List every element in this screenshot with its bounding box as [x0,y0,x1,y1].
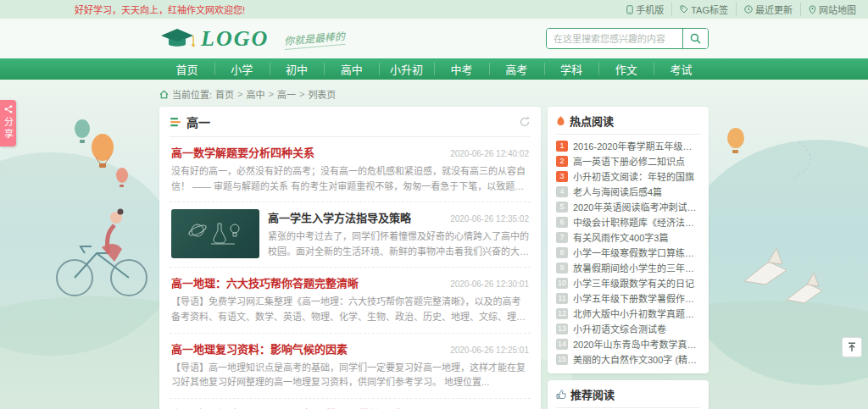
refresh-button[interactable] [519,116,531,128]
article-list-card: 高一 高一数学解题要分析四种关系 2020-06-26 12:40:02 没有好… [159,107,541,409]
breadcrumb-current: 列表页 [308,87,336,101]
tag-icon [680,5,688,14]
clock-icon [744,5,753,14]
breadcrumb-home[interactable]: 首页 [215,87,234,101]
recent-updates-link[interactable]: 最近更新 [737,3,801,16]
article-thumbnail[interactable] [171,209,259,258]
balloons-illustration [75,119,128,187]
nav-item-senior-high[interactable]: 高中 [324,58,379,80]
hot-item[interactable]: 高一英语下册必修二知识点 [556,153,700,169]
hot-item[interactable]: 2020年英语阅读临考冲刺试题附答案 [556,199,700,214]
refresh-icon [519,116,531,128]
article-item: 高一地理资料：三圈环流与气压带、风带的形成 2020-06-26 12:20:0… [170,399,531,409]
hot-item[interactable]: 老人与海阅读后感4篇 [556,184,700,199]
nav-item-subjects[interactable]: 学科 [544,58,599,80]
article-item: 高一学生入学方法指导及策略 2020-06-26 12:35:02 紧张的中考过… [170,202,531,268]
main-nav: 首页 小学 初中 高中 小升初 中考 高考 学科 作文 考试 [0,58,868,80]
hot-reading-list: 2016-2020年春学期五年级语文下期末模拟 高一英语下册必修二知识点 小升初… [556,138,700,367]
section-header: 高一 [170,113,531,137]
article-date: 2020-06-26 12:30:01 [450,279,529,289]
sidebar: 热点阅读 2016-2020年春学期五年级语文下期末模拟 高一英语下册必修二知识… [548,107,709,409]
article-title-link[interactable]: 高一学生入学方法指导及策略 [268,209,411,225]
flame-icon [556,115,565,126]
article-title-link[interactable]: 高一地理资料：三圈环流与气压带、风带的形成 [171,406,403,409]
mobile-version-link[interactable]: 手机版 [619,3,672,16]
hot-item[interactable]: 小学三年级跟数学有关的日记 [556,275,700,290]
hot-item[interactable]: 放暑假期间给小学生的三年级英语作文范文 [556,260,700,275]
hot-item[interactable]: 2016-2020年春学期五年级语文下期末模拟 [556,138,700,153]
section-title: 高一 [186,113,210,130]
article-item: 高一地理：六大技巧帮你答题完整清晰 2020-06-26 12:30:01 【导… [170,268,531,333]
nav-item-exams[interactable]: 考试 [654,58,709,80]
breadcrumb-grade-one[interactable]: 高一 [277,87,296,101]
site-logo[interactable]: LOGO [159,27,269,51]
map-pin-icon [809,5,816,14]
article-snippet: 【导语】免费学习网汇集整理《高一地理：六大技巧帮你答题完整清晰》，以及的高考备考… [171,295,529,324]
search-icon [690,33,701,44]
hot-item[interactable]: 小学一年级寒假数学口算练习题三篇 [556,245,700,260]
article-title-link[interactable]: 高一地理：六大技巧帮你答题完整清晰 [171,274,359,290]
hot-item[interactable]: 2020年山东青岛中考数学真题 (已公布) [556,336,700,351]
hot-item[interactable]: 小升初语文综合测试卷 [556,321,700,336]
top-utility-bar: 好好学习，天天向上，红袖作文网欢迎您! 手机版 TAG标签 最近更新 网站地图 [0,0,868,19]
list-icon [170,116,181,128]
thumbs-up-icon [556,390,566,400]
breadcrumb-label: 当前位置: [172,87,212,101]
graduation-cap-icon [159,27,195,51]
topbar-links: 手机版 TAG标签 最近更新 网站地图 [619,3,856,16]
breadcrumb: 当前位置: 首页 > 高中 > 高一 > 列表页 [159,87,709,101]
nav-item-primary-school[interactable]: 小学 [214,58,270,80]
article-title-link[interactable]: 高一数学解题要分析四种关系 [171,144,314,160]
recommended-reading-card: 推荐阅读 最欣赏的人作文400字 (精选3篇) 关于大海的作文600字5篇 [548,380,709,409]
tag-label-link[interactable]: TAG标签 [672,3,737,16]
article-snippet: 【导语】高一地理知识点是高考的基础，同学们一定要复习好高一地理，这样才能在复习好… [171,361,529,390]
hot-item[interactable]: 小学五年级下册数学暑假作业答案【20-61 [556,290,700,306]
hot-item[interactable]: 中级会计职称题库《经济法》检测题 [556,214,700,229]
hot-item[interactable]: 美丽的大自然作文300字 (精选3篇) [556,351,700,367]
hot-item[interactable]: 有关风雨作文400字3篇 [556,229,700,245]
phone-icon [626,5,633,14]
search-button[interactable] [682,29,708,48]
article-snippet: 没有好的高一，必然没有好的高考；没有高一的危机感和紧迫感，就没有高三的从容自信！… [171,164,529,194]
breadcrumb-senior-high[interactable]: 高中 [247,87,265,101]
home-icon [159,90,169,99]
article-date: 2020-06-26 12:40:02 [450,149,529,158]
logo-text: LOGO [201,28,269,50]
sitemap-link[interactable]: 网站地图 [801,3,856,16]
origami-cranes-illustration [744,248,822,303]
article-date: 2020-06-26 12:35:02 [450,214,529,224]
share-button[interactable]: 分享 [0,100,16,146]
site-search [546,28,709,49]
nav-item-xiaoshengchu[interactable]: 小升初 [379,58,434,80]
share-icon [4,105,13,113]
hot-reading-card: 热点阅读 2016-2020年春学期五年级语文下期末模拟 高一英语下册必修二知识… [548,107,709,373]
cyclist-illustration [57,246,147,296]
search-input[interactable] [547,29,682,48]
recommended-reading-title: 推荐阅读 [570,386,615,402]
nav-item-composition[interactable]: 作文 [598,58,654,80]
welcome-text: 好好学习，天天向上，红袖作文网欢迎您! [75,3,245,16]
back-to-top-button[interactable] [842,337,862,357]
nav-item-zhongkao[interactable]: 中考 [434,58,489,80]
article-date: 2020-06-26 12:25:01 [450,345,529,355]
nav-item-home[interactable]: 首页 [159,58,214,80]
hot-item[interactable]: 北师大版中小升初数学真题汇编 [556,306,700,321]
hot-item[interactable]: 小升初语文阅读：年轻的国旗 [556,169,700,184]
nav-item-junior-high[interactable]: 初中 [270,58,325,80]
article-title-link[interactable]: 高一地理复习资料：影响气候的因素 [171,340,348,356]
article-item: 高一地理复习资料：影响气候的因素 2020-06-26 12:25:01 【导语… [170,334,531,399]
share-label: 分享 [2,117,15,141]
arrow-up-icon [847,342,857,352]
chalkboard-doodles-icon [186,217,245,251]
article-item: 高一数学解题要分析四种关系 2020-06-26 12:40:02 没有好的高一… [170,137,531,202]
article-snippet: 紧张的中考过去了，同学们怀着憧憬及好奇的心情跨入了高中的校园。面对全新的生活环境… [268,229,529,259]
site-header: LOGO 你就是最棒的 [0,19,868,58]
logo-slogan: 你就是最棒的 [283,27,345,49]
hot-reading-title: 热点阅读 [570,113,614,129]
nav-item-gaokao[interactable]: 高考 [489,58,544,80]
